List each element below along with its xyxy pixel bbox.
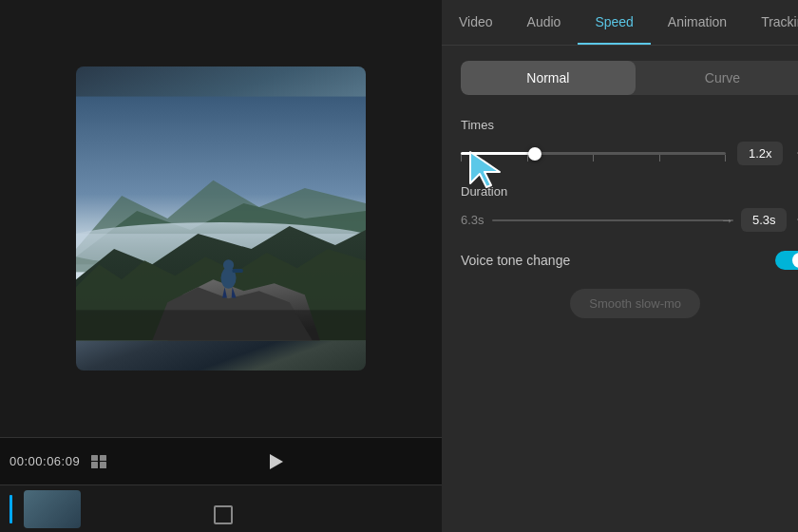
duration-expand-icon[interactable]	[794, 213, 798, 228]
mode-normal-button[interactable]: Normal	[461, 61, 636, 95]
times-label: Times	[461, 118, 798, 132]
voice-tone-toggle[interactable]	[775, 251, 798, 270]
tab-speed[interactable]: Speed	[578, 0, 650, 45]
tab-tracking[interactable]: Tracking	[744, 0, 798, 45]
duration-track: →	[492, 219, 734, 221]
video-area	[0, 0, 442, 437]
voice-tone-row: Voice tone change	[461, 251, 798, 270]
svg-rect-12	[233, 269, 243, 273]
right-panel: Video Audio Speed Animation Tracking Nor…	[442, 0, 798, 532]
times-slider-thumb[interactable]	[528, 147, 542, 161]
duration-to[interactable]: 5.3s	[741, 208, 787, 232]
bottom-strip	[0, 484, 442, 532]
svg-rect-15	[76, 310, 366, 340]
duration-from: 6.3s	[461, 213, 484, 227]
tab-video[interactable]: Video	[442, 0, 510, 45]
tabs-bar: Video Audio Speed Animation Tracking	[442, 0, 798, 46]
duration-row: 6.3s → 5.3s	[461, 208, 798, 232]
mode-switcher: Normal Curve	[461, 61, 798, 95]
times-expand-icon[interactable]	[794, 146, 798, 162]
voice-tone-label: Voice tone change	[461, 253, 570, 268]
toggle-knob	[792, 253, 798, 268]
panel-content: Normal Curve Times 1.2x Du	[442, 46, 798, 532]
video-thumbnail	[76, 66, 366, 370]
smooth-section: Smooth slow-mo	[461, 289, 798, 318]
mode-curve-button[interactable]: Curve	[636, 61, 798, 95]
grid-icon[interactable]	[91, 455, 106, 468]
times-slider-row: 1.2x	[461, 142, 798, 165]
svg-marker-0	[470, 152, 500, 187]
timeline-bar: 00:00:06:09	[0, 437, 442, 484]
times-value[interactable]: 1.2x	[737, 142, 783, 165]
smooth-slowmo-button[interactable]: Smooth slow-mo	[570, 289, 700, 318]
timecode: 00:00:06:09	[10, 454, 80, 468]
left-panel: 00:00:06:09	[0, 0, 442, 532]
cursor-pointer	[466, 147, 508, 194]
svg-point-11	[223, 259, 234, 270]
timeline-marker	[10, 495, 12, 523]
tab-audio[interactable]: Audio	[510, 0, 579, 45]
duration-label: Duration	[461, 184, 798, 199]
resize-handle[interactable]	[214, 505, 233, 524]
duration-arrow-icon: →	[720, 213, 733, 228]
play-icon	[270, 454, 283, 469]
strip-thumbnail	[24, 490, 81, 528]
tab-animation[interactable]: Animation	[651, 0, 744, 45]
play-button[interactable]	[259, 446, 292, 478]
